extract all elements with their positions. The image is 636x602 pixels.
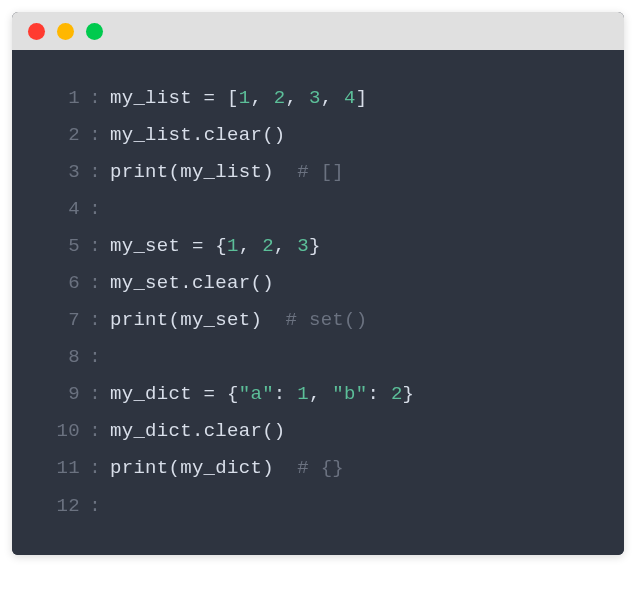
line-number: 9 [32, 376, 80, 413]
token: print [110, 161, 169, 183]
token: = [180, 235, 215, 257]
line-separator: : [80, 376, 110, 413]
code-line[interactable]: 2:my_list.clear() [32, 117, 604, 154]
line-number: 8 [32, 339, 80, 376]
token: 4 [344, 87, 356, 109]
token: } [309, 235, 321, 257]
token: , [321, 87, 344, 109]
code-line[interactable]: 9:my_dict = {"a": 1, "b": 2} [32, 376, 604, 413]
token: 1 [239, 87, 251, 109]
token: ) [250, 309, 262, 331]
zoom-icon[interactable] [86, 23, 103, 40]
token: "a" [239, 383, 274, 405]
token: , [274, 235, 297, 257]
token: clear [204, 420, 263, 442]
token: # [] [297, 161, 344, 183]
token: . [180, 272, 192, 294]
line-number: 10 [32, 413, 80, 450]
token: 2 [391, 383, 403, 405]
code-line[interactable]: 1:my_list = [1, 2, 3, 4] [32, 80, 604, 117]
token: ] [356, 87, 368, 109]
line-separator: : [80, 117, 110, 154]
code-line[interactable]: 5:my_set = {1, 2, 3} [32, 228, 604, 265]
line-separator: : [80, 302, 110, 339]
code-content[interactable]: print(my_set) # set() [110, 302, 367, 339]
token: print [110, 457, 169, 479]
token: ( [169, 161, 181, 183]
line-number: 4 [32, 191, 80, 228]
token: = [192, 87, 227, 109]
code-line[interactable]: 7:print(my_set) # set() [32, 302, 604, 339]
token: # set() [286, 309, 368, 331]
code-line[interactable]: 10:my_dict.clear() [32, 413, 604, 450]
token: my_list [110, 87, 192, 109]
token: , [309, 383, 332, 405]
token: . [192, 420, 204, 442]
minimize-icon[interactable] [57, 23, 74, 40]
token: ( [169, 309, 181, 331]
line-separator: : [80, 488, 110, 525]
close-icon[interactable] [28, 23, 45, 40]
token: my_list [180, 161, 262, 183]
code-line[interactable]: 6:my_set.clear() [32, 265, 604, 302]
token: [ [227, 87, 239, 109]
token: "b" [332, 383, 367, 405]
line-number: 5 [32, 228, 80, 265]
code-line[interactable]: 3:print(my_list) # [] [32, 154, 604, 191]
line-separator: : [80, 450, 110, 487]
token: } [403, 383, 415, 405]
code-content[interactable]: my_dict.clear() [110, 413, 286, 450]
token: 1 [227, 235, 239, 257]
token: 3 [297, 235, 309, 257]
line-number: 6 [32, 265, 80, 302]
code-line[interactable]: 4: [32, 191, 604, 228]
token: my_dict [110, 420, 192, 442]
token [262, 309, 285, 331]
token: my_dict [180, 457, 262, 479]
token: ( [169, 457, 181, 479]
code-content[interactable]: my_list = [1, 2, 3, 4] [110, 80, 367, 117]
token: clear [192, 272, 251, 294]
token [274, 161, 297, 183]
line-number: 11 [32, 450, 80, 487]
token: my_set [180, 309, 250, 331]
token: { [215, 235, 227, 257]
code-content[interactable]: my_dict = {"a": 1, "b": 2} [110, 376, 414, 413]
code-content[interactable]: my_set = {1, 2, 3} [110, 228, 321, 265]
token: { [227, 383, 239, 405]
line-separator: : [80, 265, 110, 302]
token: , [250, 87, 273, 109]
line-separator: : [80, 80, 110, 117]
code-content[interactable]: print(my_dict) # {} [110, 450, 344, 487]
token: ) [262, 457, 274, 479]
line-number: 12 [32, 488, 80, 525]
code-line[interactable]: 11:print(my_dict) # {} [32, 450, 604, 487]
token: 3 [309, 87, 321, 109]
code-content[interactable]: my_list.clear() [110, 117, 286, 154]
token: , [286, 87, 309, 109]
line-number: 1 [32, 80, 80, 117]
token: , [239, 235, 262, 257]
line-separator: : [80, 413, 110, 450]
line-separator: : [80, 154, 110, 191]
token: 2 [274, 87, 286, 109]
line-number: 2 [32, 117, 80, 154]
token: 1 [297, 383, 309, 405]
titlebar [12, 12, 624, 50]
token: = [192, 383, 227, 405]
token: print [110, 309, 169, 331]
token: my_dict [110, 383, 192, 405]
code-content[interactable]: my_set.clear() [110, 265, 274, 302]
token: : [274, 383, 297, 405]
line-separator: : [80, 339, 110, 376]
token: . [192, 124, 204, 146]
token: my_set [110, 235, 180, 257]
token: () [262, 420, 285, 442]
code-editor[interactable]: 1:my_list = [1, 2, 3, 4]2:my_list.clear(… [12, 50, 624, 555]
token: () [250, 272, 273, 294]
code-line[interactable]: 8: [32, 339, 604, 376]
line-number: 7 [32, 302, 80, 339]
code-line[interactable]: 12: [32, 488, 604, 525]
line-separator: : [80, 191, 110, 228]
code-content[interactable]: print(my_list) # [] [110, 154, 344, 191]
